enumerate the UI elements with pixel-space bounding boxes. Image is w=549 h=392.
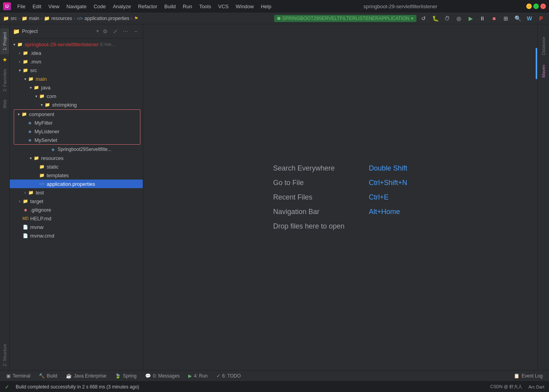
tree-static[interactable]: 📁 static <box>10 162 143 171</box>
menu-vcs[interactable]: VCS <box>215 2 232 11</box>
run-config-label: SPRINGBOOT29SERVELTFILTERLISTENERAPPLICA… <box>282 16 409 21</box>
root-name: springboot-29-servletfilterlistener <box>25 42 99 47</box>
p-button[interactable]: P <box>536 14 546 23</box>
messages-icon: 💬 <box>145 373 151 379</box>
bottom-tab-eventlog[interactable]: 📋 Event Log <box>510 371 547 381</box>
tab-structure[interactable]: Z: Structure <box>0 340 9 370</box>
menu-refactor[interactable]: Refactor <box>135 2 160 11</box>
tree-myfilter[interactable]: ◈ MyFilter <box>14 118 140 127</box>
menu-edit[interactable]: Edit <box>29 2 44 11</box>
menu-navigate[interactable]: Navigate <box>63 2 89 11</box>
maximize-button[interactable]: □ <box>533 4 539 9</box>
run-config-badge[interactable]: SPRINGBOOT29SERVELTFILTERLISTENERAPPLICA… <box>274 15 416 22</box>
appprops-icon: </> <box>39 181 45 187</box>
menu-file[interactable]: File <box>14 2 29 11</box>
breadcrumb-file[interactable]: application.properties <box>85 16 129 21</box>
menu-code[interactable]: Code <box>91 2 109 11</box>
bottom-tab-todo[interactable]: ✓ 6: TODO <box>213 371 245 381</box>
bottom-tab-messages[interactable]: 💬 0: Messages <box>141 371 184 381</box>
panel-expand-btn[interactable]: ⤢ <box>111 27 119 35</box>
mvnwcmd-icon: 📄 <box>22 232 29 239</box>
idea-icon: 📁 <box>22 50 29 56</box>
tree-main[interactable]: ▾ 📁 main <box>10 74 143 83</box>
menu-bar: File Edit View Navigate Code Analyze Ref… <box>14 2 274 11</box>
tree-component[interactable]: ▾ 📁 component <box>14 110 140 118</box>
menu-help[interactable]: Help <box>258 2 274 11</box>
mvn-icon: 📁 <box>22 58 29 65</box>
bottom-tab-spring[interactable]: 🍃 Spring <box>111 371 140 381</box>
shrimpking-name: shrimpking <box>52 102 77 108</box>
tree-mvnwcmd[interactable]: 📄 mvnw.cmd <box>10 231 143 240</box>
right-tab-maven[interactable]: Maven <box>539 60 548 82</box>
tree-resources[interactable]: ▾ 📁 resources <box>10 154 143 162</box>
pause-button[interactable]: ⏸ <box>478 14 487 23</box>
panel-settings-btn[interactable]: ⚙ <box>101 27 109 35</box>
helpmd-arrow <box>17 216 22 221</box>
tree-mylistener[interactable]: ◈ MyListener <box>14 127 140 136</box>
coverage-button[interactable]: ◎ <box>454 14 464 23</box>
component-arrow: ▾ <box>16 111 21 117</box>
grid-button[interactable]: ⊞ <box>501 14 511 23</box>
tree-helpmd[interactable]: MD HELP.md <box>10 214 143 223</box>
tree-com[interactable]: ▾ 📁 com <box>10 92 143 100</box>
tab-web[interactable]: Web <box>0 96 9 112</box>
bottom-tab-build[interactable]: 🔨 Build <box>35 371 61 381</box>
tree-springboot29[interactable]: ◈ Springboot29Serveltfilte... <box>10 145 143 154</box>
tree-src[interactable]: ▾ 📁 src <box>10 66 143 74</box>
menu-tools[interactable]: Tools <box>196 2 214 11</box>
close-button[interactable]: × <box>540 4 546 9</box>
arc-dart-label: Arc Dart <box>529 385 544 389</box>
breadcrumb-main[interactable]: main <box>29 16 39 21</box>
project-tree: ▾ 📁 springboot-29-servletfilterlistener … <box>10 38 143 370</box>
breadcrumb-nav-icon[interactable]: ⚑ <box>134 16 138 21</box>
panel-gear-btn[interactable]: ⋯ <box>122 27 129 35</box>
menu-run[interactable]: Run <box>180 2 195 11</box>
search-nav-button[interactable]: 🔍 <box>513 14 522 23</box>
tree-gitignore[interactable]: ◆ .gitignore <box>10 205 143 214</box>
tab-project[interactable]: 1: Project <box>0 28 9 54</box>
component-highlight-box: ▾ 📁 component ◈ MyFilter ◈ MyListener <box>14 109 140 145</box>
recentfiles-label: Recent Files <box>273 193 359 201</box>
templates-arrow <box>33 172 39 178</box>
menu-build[interactable]: Build <box>161 2 179 11</box>
tree-root[interactable]: ▾ 📁 springboot-29-servletfilterlistener … <box>10 40 143 49</box>
bottom-tab-terminal[interactable]: ▣ Terminal <box>2 371 34 381</box>
bug-button[interactable]: 🐛 <box>431 14 440 23</box>
bottom-tab-javaenterprise[interactable]: ☕ Java Enterprise <box>62 371 110 381</box>
tree-mvn[interactable]: › 📁 .mvn <box>10 57 143 66</box>
tree-target[interactable]: › 📁 target <box>10 197 143 205</box>
tab-favorites[interactable]: 2: Favorites <box>0 65 9 95</box>
breadcrumb-resources[interactable]: resources <box>51 16 72 21</box>
menu-window[interactable]: Window <box>233 2 257 11</box>
tree-shrimpking[interactable]: ▾ 📁 shrimpking <box>10 100 143 109</box>
springboot29-arrow <box>44 147 50 152</box>
minimize-button[interactable]: − <box>526 4 532 9</box>
bottom-tab-run[interactable]: ▶ 4: Run <box>184 371 211 381</box>
right-sidebar-strip: Database Maven <box>537 24 549 370</box>
tree-test[interactable]: › 📁 test <box>10 188 143 197</box>
tree-myservlet[interactable]: ◈ MyServlet <box>14 136 140 144</box>
panel-minimize-btn[interactable]: − <box>132 27 140 35</box>
mvnwcmd-name: mvnw.cmd <box>30 233 54 239</box>
tree-mvnw[interactable]: 📄 mvnw <box>10 223 143 231</box>
w-button[interactable]: W <box>525 14 534 23</box>
tree-templates[interactable]: 📁 templates <box>10 171 143 180</box>
panel-dropdown-arrow[interactable]: ▾ <box>96 29 99 34</box>
javaenterprise-label: Java Enterprise <box>74 373 106 379</box>
refresh-button[interactable]: ↺ <box>419 14 428 23</box>
tree-idea[interactable]: › 📁 .idea <box>10 49 143 57</box>
csdn-badge: CSDN @ 虾大人 <box>490 384 522 390</box>
stop-button[interactable]: ■ <box>489 14 499 23</box>
right-tab-database[interactable]: Database <box>539 32 548 60</box>
run-button[interactable]: ▶ <box>466 14 475 23</box>
tree-java[interactable]: ▾ 📁 java <box>10 83 143 92</box>
breadcrumb-src[interactable]: src <box>11 16 17 21</box>
favorites-star[interactable]: ★ <box>0 54 9 65</box>
hint-navbar: Navigation Bar Alt+Home <box>273 208 407 216</box>
tree-application-properties[interactable]: </> application.properties <box>10 180 143 188</box>
menu-view[interactable]: View <box>45 2 62 11</box>
status-icon: ✓ <box>5 384 9 390</box>
menu-analyze[interactable]: Analyze <box>110 2 134 11</box>
component-icon: 📁 <box>21 111 27 117</box>
profile-button[interactable]: ⏱ <box>442 14 452 23</box>
